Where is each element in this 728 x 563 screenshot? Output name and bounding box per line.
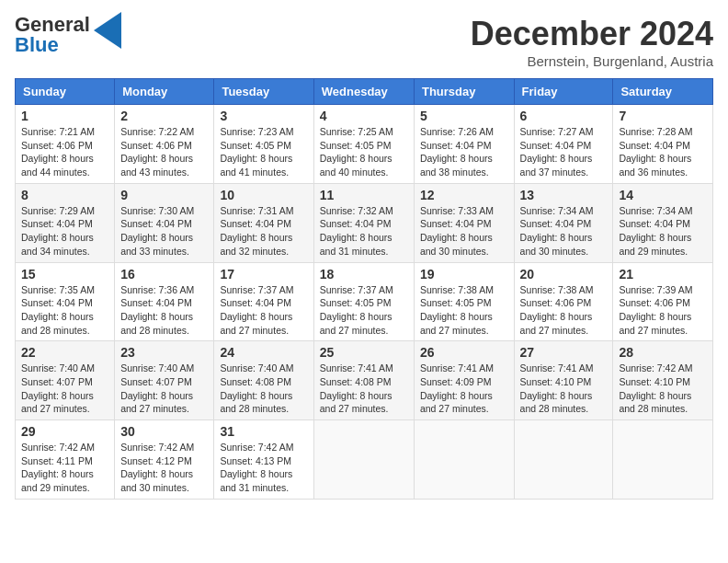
day-number: 29: [21, 424, 108, 439]
day-number: 4: [320, 109, 408, 123]
calendar-cell: 22Sunrise: 7:40 AMSunset: 4:07 PMDayligh…: [16, 341, 115, 420]
calendar-cell: [514, 420, 613, 500]
calendar-cell: 4Sunrise: 7:25 AMSunset: 4:05 PMDaylight…: [313, 105, 414, 184]
day-number: 27: [520, 345, 608, 360]
day-number: 25: [320, 345, 408, 360]
weekday-header-wednesday: Wednesday: [313, 79, 414, 105]
month-title: December 2024: [471, 15, 713, 53]
calendar-cell: 1Sunrise: 7:21 AMSunset: 4:06 PMDaylight…: [16, 105, 115, 184]
day-number: 28: [619, 345, 707, 360]
day-number: 20: [520, 267, 608, 282]
day-number: 1: [21, 109, 108, 123]
calendar-cell: [414, 420, 514, 500]
week-row-2: 8Sunrise: 7:29 AMSunset: 4:04 PMDaylight…: [16, 183, 713, 262]
calendar-cell: 24Sunrise: 7:40 AMSunset: 4:08 PMDayligh…: [214, 341, 313, 420]
calendar-cell: 21Sunrise: 7:39 AMSunset: 4:06 PMDayligh…: [613, 262, 713, 341]
day-number: 23: [120, 345, 208, 360]
day-info: Sunrise: 7:36 AMSunset: 4:04 PMDaylight:…: [120, 283, 208, 338]
weekday-header-thursday: Thursday: [414, 79, 514, 105]
day-info: Sunrise: 7:38 AMSunset: 4:05 PMDaylight:…: [420, 283, 508, 338]
calendar-cell: 25Sunrise: 7:41 AMSunset: 4:08 PMDayligh…: [313, 341, 414, 420]
day-number: 18: [320, 267, 408, 282]
day-info: Sunrise: 7:40 AMSunset: 4:07 PMDaylight:…: [120, 362, 208, 416]
day-number: 6: [520, 109, 608, 123]
day-number: 5: [420, 109, 508, 123]
day-info: Sunrise: 7:30 AMSunset: 4:04 PMDaylight:…: [120, 204, 208, 259]
day-info: Sunrise: 7:31 AMSunset: 4:04 PMDaylight:…: [220, 204, 307, 259]
day-info: Sunrise: 7:34 AMSunset: 4:04 PMDaylight:…: [619, 204, 707, 259]
svg-marker-0: [94, 12, 121, 49]
calendar-cell: 10Sunrise: 7:31 AMSunset: 4:04 PMDayligh…: [214, 183, 313, 262]
weekday-header-row: SundayMondayTuesdayWednesdayThursdayFrid…: [16, 79, 713, 105]
calendar-cell: 6Sunrise: 7:27 AMSunset: 4:04 PMDaylight…: [514, 105, 613, 184]
day-info: Sunrise: 7:39 AMSunset: 4:06 PMDaylight:…: [619, 283, 707, 338]
day-number: 24: [220, 345, 307, 360]
day-number: 11: [320, 188, 408, 202]
day-number: 9: [120, 188, 208, 202]
day-info: Sunrise: 7:42 AMSunset: 4:12 PMDaylight:…: [120, 441, 208, 495]
day-number: 8: [21, 188, 108, 202]
week-row-4: 22Sunrise: 7:40 AMSunset: 4:07 PMDayligh…: [16, 341, 713, 420]
week-row-3: 15Sunrise: 7:35 AMSunset: 4:04 PMDayligh…: [16, 262, 713, 341]
day-number: 19: [420, 267, 508, 282]
calendar-cell: [613, 420, 713, 500]
day-number: 31: [220, 424, 307, 439]
calendar-cell: 12Sunrise: 7:33 AMSunset: 4:04 PMDayligh…: [414, 183, 514, 262]
day-number: 15: [21, 267, 108, 282]
calendar-cell: 2Sunrise: 7:22 AMSunset: 4:06 PMDaylight…: [115, 105, 214, 184]
day-number: 26: [420, 345, 508, 360]
day-info: Sunrise: 7:33 AMSunset: 4:04 PMDaylight:…: [420, 204, 508, 259]
day-info: Sunrise: 7:21 AMSunset: 4:06 PMDaylight:…: [21, 125, 108, 179]
day-info: Sunrise: 7:29 AMSunset: 4:04 PMDaylight:…: [21, 204, 108, 259]
day-number: 10: [220, 188, 307, 202]
logo-text: General Blue: [15, 15, 90, 55]
day-info: Sunrise: 7:32 AMSunset: 4:04 PMDaylight:…: [320, 204, 408, 259]
day-number: 13: [520, 188, 608, 202]
calendar-cell: 14Sunrise: 7:34 AMSunset: 4:04 PMDayligh…: [613, 183, 713, 262]
weekday-header-friday: Friday: [514, 79, 613, 105]
day-number: 3: [220, 109, 307, 123]
calendar-cell: 19Sunrise: 7:38 AMSunset: 4:05 PMDayligh…: [414, 262, 514, 341]
calendar-cell: 15Sunrise: 7:35 AMSunset: 4:04 PMDayligh…: [16, 262, 115, 341]
day-info: Sunrise: 7:41 AMSunset: 4:10 PMDaylight:…: [520, 362, 608, 416]
calendar-cell: 30Sunrise: 7:42 AMSunset: 4:12 PMDayligh…: [115, 420, 214, 500]
calendar-cell: 3Sunrise: 7:23 AMSunset: 4:05 PMDaylight…: [214, 105, 313, 184]
day-number: 30: [120, 424, 208, 439]
weekday-header-saturday: Saturday: [613, 79, 713, 105]
logo-icon: [94, 12, 121, 49]
calendar-cell: 9Sunrise: 7:30 AMSunset: 4:04 PMDaylight…: [115, 183, 214, 262]
calendar-cell: 26Sunrise: 7:41 AMSunset: 4:09 PMDayligh…: [414, 341, 514, 420]
day-info: Sunrise: 7:27 AMSunset: 4:04 PMDaylight:…: [520, 125, 608, 179]
calendar-cell: 27Sunrise: 7:41 AMSunset: 4:10 PMDayligh…: [514, 341, 613, 420]
calendar-cell: 17Sunrise: 7:37 AMSunset: 4:04 PMDayligh…: [214, 262, 313, 341]
calendar-cell: 31Sunrise: 7:42 AMSunset: 4:13 PMDayligh…: [214, 420, 313, 500]
day-number: 21: [619, 267, 707, 282]
calendar-cell: 29Sunrise: 7:42 AMSunset: 4:11 PMDayligh…: [16, 420, 115, 500]
day-number: 16: [120, 267, 208, 282]
day-info: Sunrise: 7:26 AMSunset: 4:04 PMDaylight:…: [420, 125, 508, 179]
day-info: Sunrise: 7:42 AMSunset: 4:10 PMDaylight:…: [619, 362, 707, 416]
day-info: Sunrise: 7:37 AMSunset: 4:04 PMDaylight:…: [220, 283, 307, 338]
day-info: Sunrise: 7:22 AMSunset: 4:06 PMDaylight:…: [120, 125, 208, 179]
day-info: Sunrise: 7:23 AMSunset: 4:05 PMDaylight:…: [220, 125, 307, 179]
day-info: Sunrise: 7:41 AMSunset: 4:08 PMDaylight:…: [320, 362, 408, 416]
calendar-cell: [313, 420, 414, 500]
weekday-header-monday: Monday: [115, 79, 214, 105]
calendar-cell: 20Sunrise: 7:38 AMSunset: 4:06 PMDayligh…: [514, 262, 613, 341]
day-info: Sunrise: 7:38 AMSunset: 4:06 PMDaylight:…: [520, 283, 608, 338]
day-info: Sunrise: 7:37 AMSunset: 4:05 PMDaylight:…: [320, 283, 408, 338]
calendar-table: SundayMondayTuesdayWednesdayThursdayFrid…: [15, 78, 713, 500]
calendar-cell: 8Sunrise: 7:29 AMSunset: 4:04 PMDaylight…: [16, 183, 115, 262]
day-info: Sunrise: 7:41 AMSunset: 4:09 PMDaylight:…: [420, 362, 508, 416]
day-number: 12: [420, 188, 508, 202]
location-subtitle: Bernstein, Burgenland, Austria: [471, 53, 713, 69]
day-info: Sunrise: 7:42 AMSunset: 4:11 PMDaylight:…: [21, 441, 108, 495]
title-area: December 2024 Bernstein, Burgenland, Aus…: [471, 15, 713, 69]
day-number: 7: [619, 109, 707, 123]
logo: General Blue: [15, 15, 121, 55]
calendar-cell: 5Sunrise: 7:26 AMSunset: 4:04 PMDaylight…: [414, 105, 514, 184]
calendar-cell: 23Sunrise: 7:40 AMSunset: 4:07 PMDayligh…: [115, 341, 214, 420]
day-info: Sunrise: 7:35 AMSunset: 4:04 PMDaylight:…: [21, 283, 108, 338]
weekday-header-tuesday: Tuesday: [214, 79, 313, 105]
day-info: Sunrise: 7:42 AMSunset: 4:13 PMDaylight:…: [220, 441, 307, 495]
